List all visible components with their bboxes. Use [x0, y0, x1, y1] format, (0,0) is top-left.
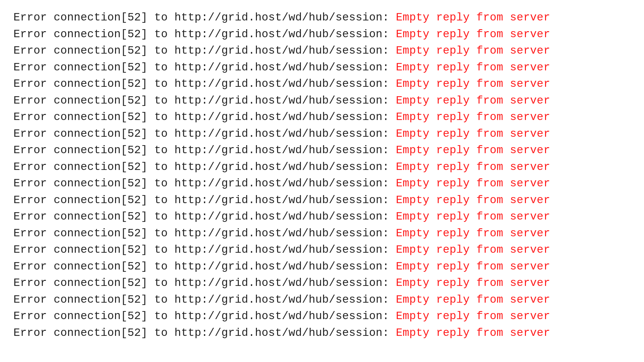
log-line: Error connection[52] to http://grid.host…: [13, 192, 631, 209]
error-message: Empty reply from server: [396, 327, 550, 339]
error-message: Empty reply from server: [396, 227, 550, 240]
log-prefix: Error connection[52] to http://grid.host…: [13, 277, 396, 289]
log-prefix: Error connection[52] to http://grid.host…: [13, 327, 396, 339]
error-message: Empty reply from server: [396, 210, 550, 223]
error-message: Empty reply from server: [396, 144, 550, 157]
error-message: Empty reply from server: [396, 244, 550, 256]
error-message: Empty reply from server: [396, 78, 550, 90]
log-prefix: Error connection[52] to http://grid.host…: [13, 61, 396, 74]
log-line: Error connection[52] to http://grid.host…: [13, 159, 631, 176]
log-prefix: Error connection[52] to http://grid.host…: [13, 11, 396, 24]
error-message: Empty reply from server: [396, 260, 550, 273]
log-line: Error connection[52] to http://grid.host…: [13, 208, 631, 225]
log-line: Error connection[52] to http://grid.host…: [13, 26, 631, 43]
log-prefix: Error connection[52] to http://grid.host…: [13, 227, 396, 240]
log-line: Error connection[52] to http://grid.host…: [13, 109, 631, 126]
log-prefix: Error connection[52] to http://grid.host…: [13, 111, 396, 123]
log-line: Error connection[52] to http://grid.host…: [13, 59, 631, 76]
error-message: Empty reply from server: [396, 310, 550, 322]
log-line: Error connection[52] to http://grid.host…: [13, 275, 631, 292]
error-message: Empty reply from server: [396, 111, 550, 123]
log-line: Error connection[52] to http://grid.host…: [13, 9, 631, 26]
log-line: Error connection[52] to http://grid.host…: [13, 325, 631, 342]
error-message: Empty reply from server: [396, 194, 550, 206]
error-message: Empty reply from server: [396, 45, 550, 57]
error-message: Empty reply from server: [396, 277, 550, 289]
log-line: Error connection[52] to http://grid.host…: [13, 175, 631, 192]
terminal-log: Error connection[52] to http://grid.host…: [0, 0, 644, 351]
log-line: Error connection[52] to http://grid.host…: [13, 292, 631, 308]
log-line: Error connection[52] to http://grid.host…: [13, 93, 631, 109]
error-message: Empty reply from server: [396, 28, 550, 41]
log-line: Error connection[52] to http://grid.host…: [13, 308, 631, 325]
log-prefix: Error connection[52] to http://grid.host…: [13, 210, 396, 223]
error-message: Empty reply from server: [396, 294, 550, 306]
log-prefix: Error connection[52] to http://grid.host…: [13, 310, 396, 322]
log-prefix: Error connection[52] to http://grid.host…: [13, 95, 396, 107]
log-line: Error connection[52] to http://grid.host…: [13, 225, 631, 242]
log-line: Error connection[52] to http://grid.host…: [13, 126, 631, 142]
log-prefix: Error connection[52] to http://grid.host…: [13, 194, 396, 206]
log-prefix: Error connection[52] to http://grid.host…: [13, 28, 396, 41]
log-prefix: Error connection[52] to http://grid.host…: [13, 177, 396, 190]
error-message: Empty reply from server: [396, 128, 550, 140]
log-prefix: Error connection[52] to http://grid.host…: [13, 78, 396, 90]
error-message: Empty reply from server: [396, 61, 550, 74]
error-message: Empty reply from server: [396, 11, 550, 24]
log-prefix: Error connection[52] to http://grid.host…: [13, 294, 396, 306]
log-prefix: Error connection[52] to http://grid.host…: [13, 260, 396, 273]
log-prefix: Error connection[52] to http://grid.host…: [13, 144, 396, 157]
error-message: Empty reply from server: [396, 95, 550, 107]
log-line: Error connection[52] to http://grid.host…: [13, 76, 631, 93]
log-prefix: Error connection[52] to http://grid.host…: [13, 45, 396, 57]
log-prefix: Error connection[52] to http://grid.host…: [13, 244, 396, 256]
error-message: Empty reply from server: [396, 161, 550, 173]
log-line: Error connection[52] to http://grid.host…: [13, 242, 631, 258]
log-prefix: Error connection[52] to http://grid.host…: [13, 128, 396, 140]
error-message: Empty reply from server: [396, 177, 550, 190]
log-line: Error connection[52] to http://grid.host…: [13, 258, 631, 275]
log-line: Error connection[52] to http://grid.host…: [13, 142, 631, 159]
log-prefix: Error connection[52] to http://grid.host…: [13, 161, 396, 173]
log-line: Error connection[52] to http://grid.host…: [13, 43, 631, 59]
